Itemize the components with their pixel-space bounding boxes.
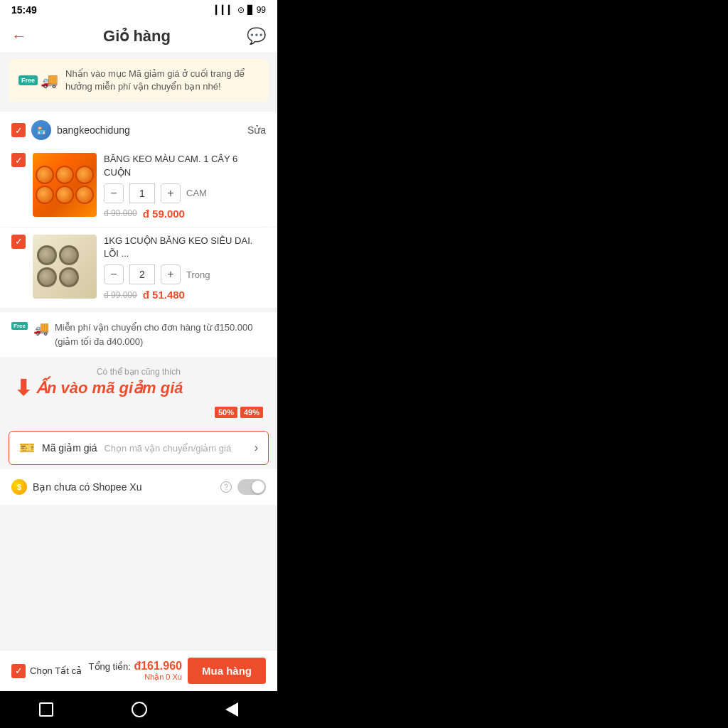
chat-icon[interactable]: 💬 (247, 27, 266, 46)
product2-discounted-price: đ 51.480 (143, 289, 185, 301)
free-ship-truck-icon: 🚚 (33, 321, 49, 336)
product2-quantity-row: − 2 + Trong (104, 264, 266, 284)
free-ship-text: Miễn phí vận chuyển cho đơn hàng từ đ150… (55, 321, 266, 348)
status-icons: ▎▎▎ ⊙ ▊ 99 (215, 5, 266, 15)
voucher-placeholder: Chọn mã vận chuyển/giảm giá (104, 443, 247, 454)
product1-checkbox[interactable]: ✓ (11, 153, 26, 167)
shop-left: ✓ 🏪 bangkeochidung (11, 120, 130, 140)
tape-roll-clear (37, 245, 57, 265)
product1-variant: CAM (186, 188, 207, 198)
tape-roll (36, 166, 54, 184)
product-item-2: ✓ 1KG 1CUỘN BĂNG KEO SIÊU DAI. LÕI ... −… (0, 228, 277, 308)
tape-roll (55, 166, 74, 184)
shop-name: bangkeochidung (57, 124, 130, 136)
product1-increase-btn[interactable]: + (161, 183, 181, 203)
annotation-text: Ấn vào mã giảm giá (36, 379, 183, 397)
arrow-down-icon: ⬇ (14, 375, 32, 400)
header: ← Giỏ hàng 💬 (0, 20, 277, 53)
battery-level: 99 (257, 5, 266, 15)
select-all-label: Chọn Tất cả (30, 665, 82, 676)
tape-roll (55, 186, 74, 204)
shop-avatar: 🏪 (31, 120, 51, 140)
promo-text: Nhấn vào mục Mã giảm giá ở cuối trang để… (65, 68, 259, 93)
product1-name: BĂNG KEO MÀU CAM. 1 CÂY 6 CUỘN (104, 153, 266, 178)
status-bar: 15:49 ▎▎▎ ⊙ ▊ 99 (0, 0, 277, 20)
product2-price-row: đ 99.000 đ 51.480 (104, 289, 266, 301)
clear-tape-rolls (33, 241, 97, 291)
product2-quantity[interactable]: 2 (129, 264, 155, 284)
tape-roll-clear (59, 245, 79, 265)
product1-original-price: đ 90.000 (104, 208, 137, 218)
toggle-circle (252, 481, 264, 493)
product2-info: 1KG 1CUỘN BĂNG KEO SIÊU DAI. LÕI ... − 2… (104, 235, 266, 301)
nav-square-button[interactable] (39, 702, 53, 717)
shop-checkbox[interactable]: ✓ (11, 123, 26, 137)
buy-button[interactable]: Mua hàng (188, 658, 266, 684)
xu-question-icon[interactable]: ? (220, 481, 232, 493)
discount-badges: 50% 49% (215, 407, 263, 418)
battery-icon: ▊ (247, 5, 254, 15)
xu-row: $ Bạn chưa có Shopee Xu ? (0, 469, 277, 505)
xu-earn: Nhận 0 Xu (82, 673, 182, 682)
voucher-label: Mã giảm giá (42, 442, 97, 454)
free-ship-badge: Free (11, 322, 28, 330)
voucher-arrow-icon: › (255, 441, 258, 454)
product1-info: BĂNG KEO MÀU CAM. 1 CÂY 6 CUỘN − 1 + CAM… (104, 153, 266, 219)
edit-button[interactable]: Sửa (247, 124, 266, 136)
product1-quantity[interactable]: 1 (129, 183, 155, 203)
tape-roll-clear (59, 267, 79, 287)
nav-back-button[interactable] (225, 702, 238, 717)
discount-badge-1: 50% (215, 407, 237, 418)
status-time: 15:49 (11, 4, 37, 16)
tape-roll-clear (37, 267, 57, 287)
product2-img-tape2 (33, 235, 97, 299)
nav-square-icon (39, 702, 53, 717)
product2-decrease-btn[interactable]: − (104, 264, 124, 284)
page-title: Giỏ hàng (103, 27, 171, 46)
signal-icon: ▎▎▎ (215, 5, 235, 15)
total-amount: đ161.960 (134, 660, 182, 672)
product1-decrease-btn[interactable]: − (104, 183, 124, 203)
free-shipping-row: Free 🚚 Miễn phí vận chuyển cho đơn hàng … (0, 312, 277, 357)
select-all-checkbox[interactable]: ✓ (11, 664, 26, 678)
total-label: Tổng tiền: (89, 661, 131, 672)
product1-price-row: đ 90.000 đ 59.000 (104, 208, 266, 220)
nav-bar (0, 691, 277, 728)
product2-original-price: đ 99.000 (104, 290, 137, 300)
product2-checkbox[interactable]: ✓ (11, 235, 26, 249)
wifi-icon: ⊙ (237, 5, 245, 15)
shop-avatar-inner: 🏪 (31, 120, 51, 140)
nav-triangle-icon (225, 702, 238, 717)
product2-image (33, 235, 97, 299)
truck-icon: 🚚 (41, 72, 58, 89)
free-badge: Free (18, 75, 38, 85)
bottom-bar: ✓ Chọn Tất cả Tổng tiền: đ161.960 Nhận 0… (0, 650, 277, 691)
tape-roll (36, 186, 54, 204)
suggestion-section: Có thể bạn cũng thích ⬇ Ấn vào mã giảm g… (0, 361, 277, 425)
discount-badge-2: 49% (240, 407, 263, 418)
voucher-icon: 🎫 (19, 440, 35, 456)
xu-toggle[interactable] (237, 479, 266, 495)
product-item-1: ✓ BĂNG KEO MÀU CAM. 1 CÂY 6 CUỘN − 1 + C… (0, 146, 277, 226)
product1-image (33, 153, 97, 217)
tape-rolls (33, 163, 97, 207)
product2-increase-btn[interactable]: + (161, 264, 181, 284)
promo-icon-wrap: Free 🚚 (18, 72, 58, 89)
nav-circle-icon (132, 702, 147, 717)
product2-name: 1KG 1CUỘN BĂNG KEO SIÊU DAI. LÕI ... (104, 235, 266, 260)
voucher-row[interactable]: 🎫 Mã giảm giá Chọn mã vận chuyển/giảm gi… (9, 431, 269, 465)
select-all-row: ✓ Chọn Tất cả (11, 664, 82, 678)
product1-quantity-row: − 1 + CAM (104, 183, 266, 203)
total-label-row: Tổng tiền: đ161.960 (82, 660, 182, 673)
xu-coin-icon: $ (11, 479, 27, 495)
product2-variant: Trong (186, 269, 210, 280)
product1-img-tape1 (33, 153, 97, 217)
nav-home-button[interactable] (132, 702, 147, 717)
back-button[interactable]: ← (11, 27, 27, 46)
product1-discounted-price: đ 59.000 (143, 208, 185, 220)
annotation-overlay: ⬇ Ấn vào mã giảm giá (14, 375, 183, 400)
shop-row: ✓ 🏪 bangkeochidung Sửa (0, 112, 277, 146)
tape-roll (75, 186, 94, 204)
promo-banner: Free 🚚 Nhấn vào mục Mã giảm giá ở cuối t… (9, 59, 269, 102)
tape-roll (75, 166, 94, 184)
